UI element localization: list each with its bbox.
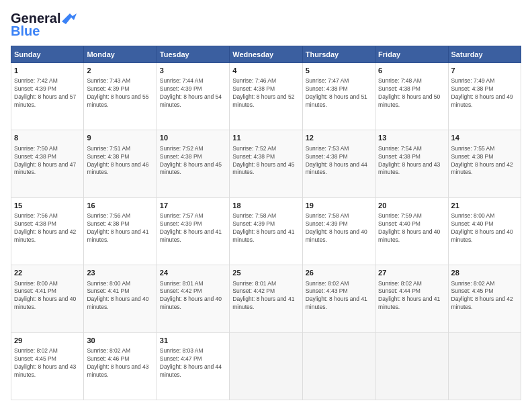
sunrise: Sunrise: 8:00 AM <box>87 280 130 287</box>
daylight: Daylight: 8 hours and 44 minutes. <box>160 363 222 378</box>
sunset: Sunset: 4:38 PM <box>451 153 494 160</box>
calendar-cell: 24Sunrise: 8:01 AMSunset: 4:42 PMDayligh… <box>157 265 229 332</box>
day-number: 29 <box>14 336 81 346</box>
sunrise: Sunrise: 7:43 AM <box>87 77 130 84</box>
sunrise: Sunrise: 7:58 AM <box>232 212 276 219</box>
calendar-cell: 23Sunrise: 8:00 AMSunset: 4:41 PMDayligh… <box>84 265 157 332</box>
calendar-cell: 25Sunrise: 8:01 AMSunset: 4:42 PMDayligh… <box>230 265 302 332</box>
sunset: Sunset: 4:39 PM <box>14 85 56 92</box>
calendar-cell: 6Sunrise: 7:48 AMSunset: 4:38 PMDaylight… <box>375 63 448 130</box>
calendar-table: Sunday Monday Tuesday Wednesday Thursday… <box>11 46 521 400</box>
sunset: Sunset: 4:38 PM <box>160 153 202 160</box>
sunrise: Sunrise: 7:52 AM <box>232 145 276 152</box>
day-number: 4 <box>232 66 299 76</box>
calendar-cell: 4Sunrise: 7:46 AMSunset: 4:38 PMDaylight… <box>230 63 302 130</box>
day-number: 30 <box>87 336 153 346</box>
sunrise: Sunrise: 8:00 AM <box>451 212 495 219</box>
day-number: 22 <box>14 268 81 278</box>
header-friday: Friday <box>375 46 448 63</box>
header-sunday: Sunday <box>11 46 84 63</box>
sunrise: Sunrise: 7:44 AM <box>160 77 204 84</box>
sunset: Sunset: 4:38 PM <box>306 153 348 160</box>
sunrise: Sunrise: 7:47 AM <box>306 77 349 84</box>
sunset: Sunset: 4:38 PM <box>232 85 275 92</box>
logo-bird-icon <box>62 12 77 26</box>
daylight: Daylight: 8 hours and 57 minutes. <box>14 93 76 108</box>
day-number: 6 <box>378 66 445 76</box>
sunset: Sunset: 4:38 PM <box>87 220 129 227</box>
daylight: Daylight: 8 hours and 41 minutes. <box>306 295 367 310</box>
sunrise: Sunrise: 7:54 AM <box>378 145 422 152</box>
sunrise: Sunrise: 8:02 AM <box>451 280 495 287</box>
sunrise: Sunrise: 8:00 AM <box>14 280 58 287</box>
day-number: 3 <box>160 66 226 76</box>
logo-block: General Blue <box>11 11 77 39</box>
sunrise: Sunrise: 7:58 AM <box>306 212 349 219</box>
sunrise: Sunrise: 7:53 AM <box>306 145 349 152</box>
sunrise: Sunrise: 7:56 AM <box>87 212 130 219</box>
daylight: Daylight: 8 hours and 41 minutes. <box>87 228 148 243</box>
sunrise: Sunrise: 7:52 AM <box>160 145 204 152</box>
sunset: Sunset: 4:39 PM <box>160 220 202 227</box>
sunset: Sunset: 4:40 PM <box>378 220 420 227</box>
sunrise: Sunrise: 7:42 AM <box>14 77 58 84</box>
sunset: Sunset: 4:38 PM <box>378 153 420 160</box>
day-number: 24 <box>160 268 226 278</box>
page: General Blue Sunday Monday Tuesday Wedne… <box>0 0 532 411</box>
calendar-week-row: 1Sunrise: 7:42 AMSunset: 4:39 PMDaylight… <box>11 63 521 130</box>
calendar-cell: 27Sunrise: 8:02 AMSunset: 4:44 PMDayligh… <box>375 265 448 332</box>
calendar-cell: 1Sunrise: 7:42 AMSunset: 4:39 PMDaylight… <box>11 63 84 130</box>
calendar-week-row: 22Sunrise: 8:00 AMSunset: 4:41 PMDayligh… <box>11 265 521 332</box>
day-number: 27 <box>378 268 445 278</box>
calendar-cell: 12Sunrise: 7:53 AMSunset: 4:38 PMDayligh… <box>302 130 375 197</box>
calendar-cell <box>448 332 521 400</box>
svg-marker-0 <box>62 13 77 24</box>
sunrise: Sunrise: 8:01 AM <box>160 280 204 287</box>
day-number: 25 <box>232 268 299 278</box>
sunset: Sunset: 4:38 PM <box>14 153 56 160</box>
header-wednesday: Wednesday <box>230 46 302 63</box>
sunrise: Sunrise: 7:50 AM <box>14 145 58 152</box>
day-number: 8 <box>14 133 81 143</box>
day-number: 23 <box>87 268 153 278</box>
daylight: Daylight: 8 hours and 45 minutes. <box>232 161 294 176</box>
calendar-cell: 10Sunrise: 7:52 AMSunset: 4:38 PMDayligh… <box>157 130 229 197</box>
sunrise: Sunrise: 8:02 AM <box>306 280 349 287</box>
daylight: Daylight: 8 hours and 51 minutes. <box>306 93 367 108</box>
calendar-cell: 28Sunrise: 8:02 AMSunset: 4:45 PMDayligh… <box>448 265 521 332</box>
sunset: Sunset: 4:45 PM <box>14 355 56 362</box>
sunrise: Sunrise: 7:56 AM <box>14 212 58 219</box>
calendar-cell: 31Sunrise: 8:03 AMSunset: 4:47 PMDayligh… <box>157 332 229 400</box>
header-tuesday: Tuesday <box>157 46 229 63</box>
header-monday: Monday <box>84 46 157 63</box>
calendar-cell: 30Sunrise: 8:02 AMSunset: 4:46 PMDayligh… <box>84 332 157 400</box>
logo: General Blue <box>11 11 77 39</box>
header-thursday: Thursday <box>302 46 375 63</box>
sunrise: Sunrise: 7:57 AM <box>160 212 204 219</box>
day-number: 14 <box>451 133 518 143</box>
sunset: Sunset: 4:39 PM <box>232 220 275 227</box>
sunset: Sunset: 4:47 PM <box>160 355 202 362</box>
calendar-cell: 2Sunrise: 7:43 AMSunset: 4:39 PMDaylight… <box>84 63 157 130</box>
daylight: Daylight: 8 hours and 47 minutes. <box>14 161 76 176</box>
calendar-cell: 19Sunrise: 7:58 AMSunset: 4:39 PMDayligh… <box>302 197 375 265</box>
sunrise: Sunrise: 7:51 AM <box>87 145 130 152</box>
daylight: Daylight: 8 hours and 40 minutes. <box>160 295 222 310</box>
calendar-cell: 13Sunrise: 7:54 AMSunset: 4:38 PMDayligh… <box>375 130 448 197</box>
daylight: Daylight: 8 hours and 46 minutes. <box>87 161 148 176</box>
sunset: Sunset: 4:38 PM <box>232 153 275 160</box>
sunset: Sunset: 4:38 PM <box>451 85 494 92</box>
day-number: 11 <box>232 133 299 143</box>
sunset: Sunset: 4:41 PM <box>14 287 56 294</box>
calendar-cell: 16Sunrise: 7:56 AMSunset: 4:38 PMDayligh… <box>84 197 157 265</box>
calendar-cell: 22Sunrise: 8:00 AMSunset: 4:41 PMDayligh… <box>11 265 84 332</box>
sunrise: Sunrise: 7:46 AM <box>232 77 276 84</box>
daylight: Daylight: 8 hours and 40 minutes. <box>306 228 367 243</box>
daylight: Daylight: 8 hours and 40 minutes. <box>451 228 513 243</box>
calendar-week-row: 29Sunrise: 8:02 AMSunset: 4:45 PMDayligh… <box>11 332 521 400</box>
daylight: Daylight: 8 hours and 40 minutes. <box>87 295 148 310</box>
daylight: Daylight: 8 hours and 55 minutes. <box>87 93 148 108</box>
daylight: Daylight: 8 hours and 45 minutes. <box>160 161 222 176</box>
daylight: Daylight: 8 hours and 42 minutes. <box>451 295 513 310</box>
calendar-cell <box>230 332 302 400</box>
